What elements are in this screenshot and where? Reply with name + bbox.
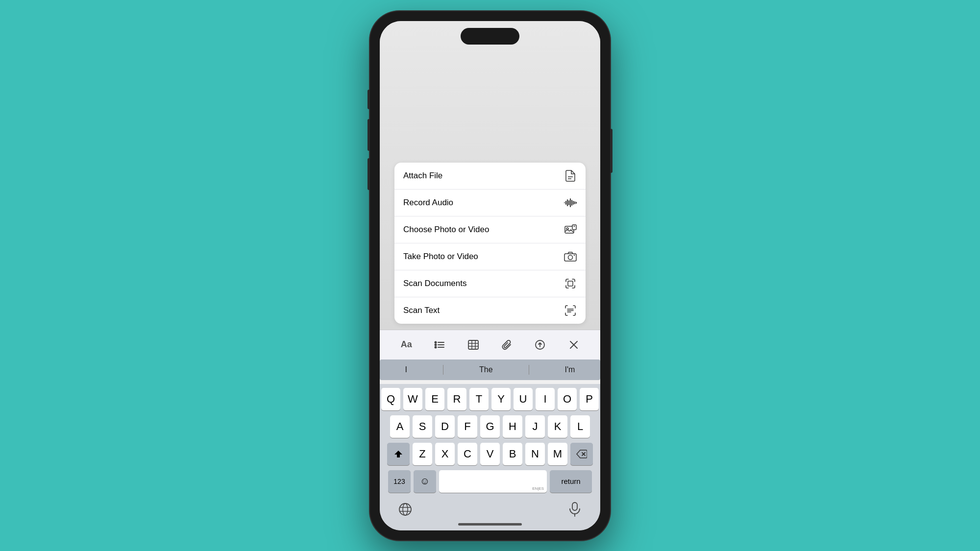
key-u[interactable]: U — [514, 388, 533, 410]
key-n[interactable]: N — [525, 443, 545, 465]
silent-switch — [368, 90, 370, 109]
power-button — [610, 129, 612, 173]
menu-item-scan-text[interactable]: Scan Text — [394, 297, 586, 324]
key-j[interactable]: J — [525, 415, 545, 438]
toolbar: Aa — [380, 330, 600, 359]
scan-text-label: Scan Text — [403, 306, 440, 315]
key-row-3: Z X C V B N M — [381, 443, 599, 465]
mic-btn[interactable] — [564, 499, 586, 520]
key-row-1: Q W E R T Y U I O P — [381, 388, 599, 410]
menu-item-take-photo[interactable]: Take Photo or Video — [394, 243, 586, 270]
audio-icon — [564, 196, 577, 209]
keyboard: Q W E R T Y U I O P A S D F G — [380, 384, 600, 498]
key-e[interactable]: E — [425, 388, 444, 410]
globe-icon — [398, 503, 412, 516]
menu-card: Attach File — [394, 163, 586, 324]
return-key[interactable]: return — [550, 470, 592, 493]
volume-down-button — [368, 158, 370, 190]
svg-point-22 — [435, 343, 437, 346]
home-indicator — [458, 523, 522, 526]
toolbar-arrow-btn[interactable] — [529, 334, 551, 356]
top-area: Attach File — [380, 21, 600, 330]
phone-screen: Attach File — [380, 21, 600, 530]
space-key[interactable]: EN|ES — [439, 470, 547, 493]
predictive-divider-2 — [529, 365, 529, 375]
table-icon — [468, 340, 479, 350]
key-h[interactable]: H — [503, 415, 522, 438]
menu-item-choose-photo[interactable]: Choose Photo or Video — [394, 216, 586, 243]
key-f[interactable]: F — [458, 415, 477, 438]
svg-point-15 — [568, 255, 573, 260]
key-c[interactable]: C — [458, 443, 477, 465]
shift-key[interactable] — [387, 443, 410, 465]
list-icon — [434, 340, 445, 349]
mic-icon — [569, 502, 581, 517]
arrow-icon — [535, 340, 545, 350]
key-m[interactable]: M — [548, 443, 567, 465]
menu-item-attach-file[interactable]: Attach File — [394, 163, 586, 190]
scan-text-icon — [564, 304, 577, 317]
record-audio-label: Record Audio — [403, 198, 453, 208]
predictive-word-i[interactable]: I — [400, 363, 412, 376]
key-b[interactable]: B — [503, 443, 522, 465]
predictive-bar: I The I'm — [380, 359, 600, 380]
predictive-word-the[interactable]: The — [474, 363, 498, 376]
bottom-extras — [380, 498, 600, 520]
toolbar-attach-btn[interactable] — [496, 334, 517, 356]
predictive-word-im[interactable]: I'm — [560, 363, 580, 376]
volume-up-button — [368, 119, 370, 151]
svg-rect-41 — [572, 503, 577, 510]
menu-container: Attach File — [380, 163, 600, 330]
key-i[interactable]: I — [536, 388, 555, 410]
key-t[interactable]: T — [469, 388, 489, 410]
home-indicator-area — [380, 520, 600, 530]
svg-point-37 — [399, 503, 411, 515]
svg-rect-27 — [468, 340, 478, 349]
choose-photo-label: Choose Photo or Video — [403, 225, 489, 235]
toolbar-close-btn[interactable] — [563, 334, 585, 356]
key-o[interactable]: O — [558, 388, 577, 410]
key-w[interactable]: W — [403, 388, 422, 410]
font-icon: Aa — [401, 339, 412, 350]
close-icon — [569, 340, 578, 349]
file-icon — [564, 169, 577, 182]
toolbar-font-btn[interactable]: Aa — [395, 334, 417, 356]
emoji-key[interactable]: ☺ — [414, 470, 436, 493]
key-g[interactable]: G — [480, 415, 500, 438]
dynamic-island — [461, 28, 519, 45]
key-d[interactable]: D — [435, 415, 455, 438]
key-l[interactable]: L — [570, 415, 590, 438]
key-v[interactable]: V — [480, 443, 500, 465]
attach-file-label: Attach File — [403, 171, 442, 181]
key-q[interactable]: Q — [381, 388, 400, 410]
key-s[interactable]: S — [413, 415, 432, 438]
toolbar-table-btn[interactable] — [463, 334, 484, 356]
paperclip-icon — [502, 339, 512, 350]
svg-rect-17 — [568, 281, 573, 286]
toolbar-list-btn[interactable] — [429, 334, 450, 356]
screen-content: Attach File — [380, 21, 600, 530]
svg-point-21 — [435, 341, 437, 343]
key-p[interactable]: P — [580, 388, 599, 410]
key-k[interactable]: K — [548, 415, 567, 438]
key-row-2: A S D F G H J K L — [381, 415, 599, 438]
key-r[interactable]: R — [447, 388, 466, 410]
key-y[interactable]: Y — [491, 388, 511, 410]
space-lang: EN|ES — [532, 486, 544, 491]
camera-icon — [564, 250, 577, 263]
key-a[interactable]: A — [390, 415, 410, 438]
num-key[interactable]: 123 — [388, 470, 411, 493]
key-x[interactable]: X — [435, 443, 455, 465]
svg-point-23 — [435, 346, 437, 348]
scan-doc-icon — [564, 277, 577, 290]
menu-item-record-audio[interactable]: Record Audio — [394, 190, 586, 216]
svg-point-38 — [403, 503, 408, 515]
menu-item-scan-documents[interactable]: Scan Documents — [394, 270, 586, 297]
predictive-divider-1 — [443, 365, 443, 375]
key-z[interactable]: Z — [413, 443, 432, 465]
phone-container: Attach File — [370, 11, 610, 540]
backspace-key[interactable] — [570, 443, 593, 465]
key-row-bottom: 123 ☺ EN|ES return — [381, 470, 599, 493]
scan-documents-label: Scan Documents — [403, 279, 466, 288]
globe-btn[interactable] — [394, 499, 416, 520]
